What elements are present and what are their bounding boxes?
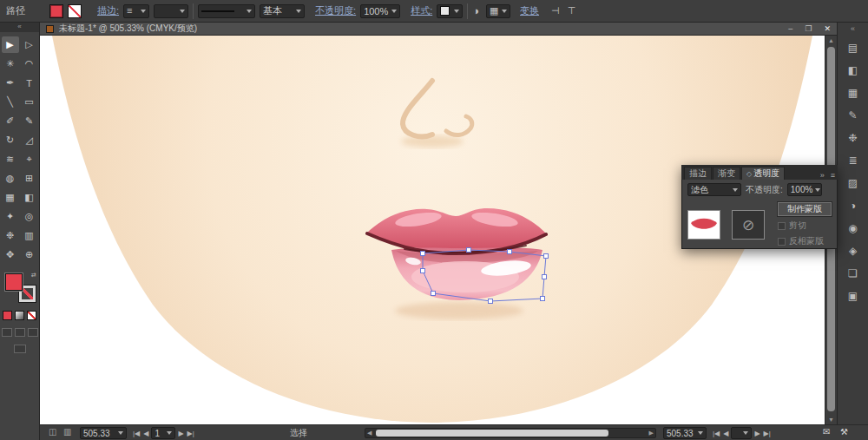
- column-graph-tool[interactable]: ▥: [21, 227, 38, 244]
- rectangle-tool[interactable]: ▭: [21, 94, 38, 110]
- hand-tool[interactable]: ✥: [2, 246, 19, 263]
- perspective-grid-tool[interactable]: ⊞: [21, 170, 38, 187]
- opacity-link[interactable]: 不透明度:: [315, 4, 356, 17]
- fill-swatch[interactable]: [5, 273, 23, 291]
- stroke-options-dropdown[interactable]: [154, 4, 188, 18]
- stroke-panel-icon[interactable]: ≣: [844, 153, 863, 167]
- anchor-point[interactable]: [489, 299, 493, 304]
- clip-checkbox-row[interactable]: 剪切: [778, 220, 832, 232]
- tab-stroke[interactable]: 描边: [684, 167, 712, 180]
- panel-expand-icon[interactable]: »: [820, 171, 825, 180]
- next-artboard-button-right[interactable]: ▶: [753, 430, 760, 437]
- rotate-tool[interactable]: ↻: [2, 132, 19, 148]
- invert-mask-checkbox-row[interactable]: 反相蒙版: [778, 235, 832, 247]
- draw-inside-button[interactable]: [28, 328, 38, 337]
- horizontal-scrollbar-thumb[interactable]: [376, 430, 608, 437]
- blend-mode-dropdown[interactable]: 滤色: [687, 183, 741, 196]
- grid-options-dropdown[interactable]: ▦: [486, 4, 510, 18]
- brush-name-dropdown[interactable]: 基本: [260, 4, 305, 18]
- brushes-panel-icon[interactable]: ✎: [844, 108, 863, 122]
- type-tool[interactable]: T: [21, 75, 38, 91]
- none-mode-button[interactable]: [27, 311, 36, 320]
- pencil-tool[interactable]: ✎: [21, 113, 38, 129]
- scale-tool[interactable]: ◿: [21, 132, 38, 148]
- gradient-panel-icon[interactable]: ▨: [844, 175, 863, 190]
- transform-link[interactable]: 变换: [520, 4, 539, 17]
- status-left-icon-2[interactable]: ▥: [63, 427, 71, 437]
- draw-normal-button[interactable]: [2, 328, 12, 337]
- tab-transparency[interactable]: ◇ 透明度: [741, 167, 785, 180]
- swatches-panel-icon[interactable]: ▦: [844, 85, 863, 100]
- object-thumbnail[interactable]: [687, 210, 720, 240]
- stroke-weight-dropdown[interactable]: ≡: [123, 4, 149, 18]
- panel-opacity-dropdown[interactable]: 100%: [787, 183, 822, 196]
- first-artboard-button-right[interactable]: |◀: [712, 430, 720, 437]
- zoom-tool[interactable]: ⊕: [21, 246, 38, 263]
- zoom-dropdown[interactable]: 505.33: [80, 427, 127, 439]
- mask-thumbnail[interactable]: ⊘: [732, 210, 765, 240]
- shape-builder-tool[interactable]: ◍: [2, 170, 19, 187]
- pen-tool[interactable]: ✒: [2, 75, 19, 91]
- width-tool[interactable]: ≋: [2, 151, 19, 167]
- gradient-tool[interactable]: ◧: [21, 189, 38, 206]
- anchor-point[interactable]: [467, 248, 471, 253]
- mesh-tool[interactable]: ▦: [2, 189, 19, 206]
- style-link[interactable]: 样式:: [411, 4, 432, 17]
- align-horizontal-icon[interactable]: ⊣: [551, 6, 560, 16]
- restore-button[interactable]: ❐: [805, 24, 812, 33]
- scroll-right-icon[interactable]: ▶: [649, 430, 654, 437]
- artboard-dropdown[interactable]: 1: [151, 427, 175, 439]
- next-artboard-button[interactable]: ▶: [177, 430, 184, 437]
- blend-tool[interactable]: ◎: [21, 208, 38, 225]
- line-segment-tool[interactable]: ╲: [2, 94, 19, 110]
- first-artboard-button[interactable]: |◀: [132, 430, 141, 437]
- draw-behind-button[interactable]: [15, 328, 25, 337]
- artboards-panel-icon[interactable]: ▣: [844, 288, 863, 303]
- free-transform-tool[interactable]: ⌖: [21, 151, 38, 167]
- symbol-sprayer-tool[interactable]: ❉: [2, 227, 19, 244]
- opacity-dropdown[interactable]: 100%: [360, 4, 400, 18]
- scroll-down-icon[interactable]: ▼: [825, 417, 837, 423]
- scroll-up-icon[interactable]: ▲: [825, 37, 837, 43]
- anchor-point[interactable]: [508, 250, 512, 254]
- tools-icon[interactable]: ⚒: [840, 427, 848, 437]
- anchor-point[interactable]: [421, 269, 425, 273]
- last-artboard-button-right[interactable]: ▶|: [763, 430, 772, 437]
- scroll-left-icon[interactable]: ◀: [367, 430, 372, 437]
- eyedropper-tool[interactable]: ✦: [2, 208, 19, 225]
- anchor-point[interactable]: [421, 252, 425, 256]
- layers-panel-icon[interactable]: ❏: [844, 266, 863, 280]
- brush-definition-dropdown[interactable]: [198, 4, 255, 18]
- chat-icon[interactable]: ✉: [823, 427, 830, 437]
- paintbrush-tool[interactable]: ✐: [2, 113, 19, 129]
- graphic-styles-panel-icon[interactable]: ◈: [844, 243, 863, 258]
- minimize-button[interactable]: –: [788, 24, 792, 33]
- screen-mode-button[interactable]: [14, 345, 26, 353]
- anchor-point[interactable]: [431, 292, 436, 296]
- prev-artboard-button-right[interactable]: ◀: [722, 430, 729, 437]
- symbols-panel-icon[interactable]: ❉: [844, 130, 863, 145]
- appearance-panel-icon[interactable]: ◉: [844, 220, 863, 235]
- anchor-point[interactable]: [542, 275, 547, 279]
- prev-artboard-button[interactable]: ◀: [142, 430, 149, 437]
- align-vertical-icon[interactable]: ⊤: [568, 6, 576, 16]
- tools-panel-header[interactable]: «: [0, 23, 39, 32]
- make-mask-button[interactable]: 制作蒙版: [778, 202, 832, 216]
- recolor-artwork-icon[interactable]: ◑: [472, 5, 479, 16]
- color-guide-panel-icon[interactable]: ◧: [844, 62, 863, 77]
- anchor-point[interactable]: [541, 297, 545, 301]
- swap-fill-stroke-icon[interactable]: ⇄: [31, 272, 36, 279]
- lasso-tool[interactable]: ◠: [21, 56, 38, 72]
- stroke-color-swatch[interactable]: [68, 4, 82, 18]
- invert-mask-checkbox[interactable]: [778, 238, 786, 246]
- transparency-panel-icon[interactable]: ◑: [844, 198, 863, 213]
- last-artboard-button[interactable]: ▶|: [187, 430, 195, 437]
- status-left-icon-1[interactable]: ◫: [49, 427, 56, 437]
- expand-dock-icon[interactable]: «: [838, 23, 868, 35]
- fill-color-swatch[interactable]: [49, 4, 63, 18]
- panel-menu-icon[interactable]: ≡: [831, 171, 835, 180]
- horizontal-scrollbar[interactable]: ◀ ▶: [365, 428, 656, 438]
- color-mode-button[interactable]: [3, 311, 12, 320]
- stroke-link[interactable]: 描边:: [97, 4, 119, 17]
- clip-checkbox[interactable]: [778, 222, 786, 230]
